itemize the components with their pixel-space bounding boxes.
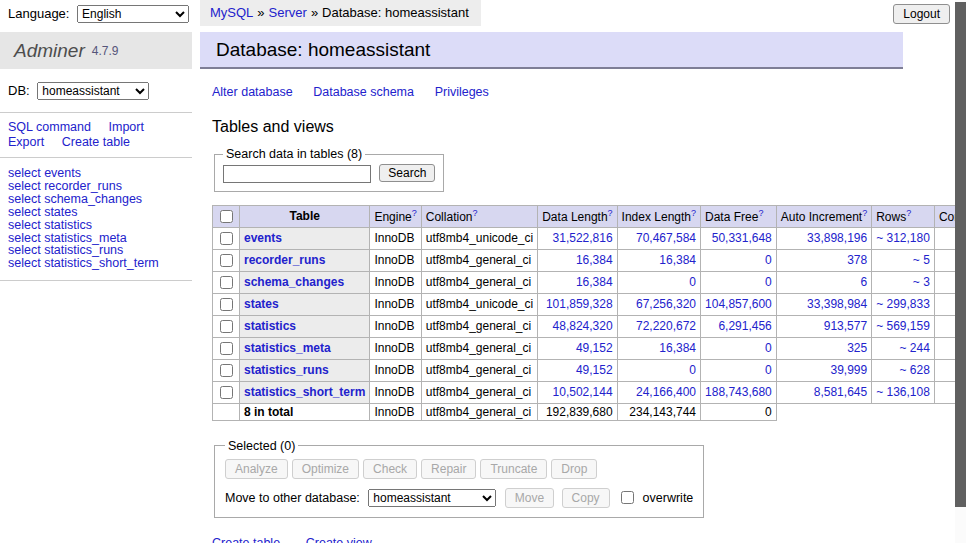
repair-button[interactable]: Repair [421, 459, 476, 479]
data-free-cell[interactable]: 0 [701, 337, 777, 359]
sidebar-table-link[interactable]: select statistics [8, 219, 192, 232]
auto-increment-cell[interactable]: 6 [776, 271, 871, 293]
breadcrumb-server-link[interactable]: Server [269, 5, 307, 20]
check-button[interactable]: Check [363, 459, 417, 479]
row-checkbox[interactable] [220, 254, 233, 267]
row-checkbox[interactable] [220, 386, 233, 399]
row-checkbox[interactable] [220, 276, 233, 289]
data-free-cell[interactable]: 188,743,680 [701, 381, 777, 403]
rows-cell[interactable]: ~ 244 [872, 337, 935, 359]
database-schema-link[interactable]: Database schema [313, 85, 414, 99]
column-hint-link[interactable]: ? [862, 208, 867, 218]
auto-increment-cell[interactable]: 33,898,196 [776, 227, 871, 249]
analyze-button[interactable]: Analyze [225, 459, 288, 479]
rows-cell[interactable]: ~ 3 [872, 271, 935, 293]
index-length-cell[interactable]: 72,220,672 [617, 315, 700, 337]
auto-increment-cell[interactable]: 913,577 [776, 315, 871, 337]
index-length-cell[interactable]: 67,256,320 [617, 293, 700, 315]
sidebar-table-link[interactable]: select statistics_short_term [8, 257, 192, 270]
table-name-link[interactable]: statistics_runs [244, 363, 329, 377]
sidebar-table-link[interactable]: select states [8, 206, 192, 219]
data-free-cell[interactable]: 6,291,456 [701, 315, 777, 337]
column-hint-link[interactable]: ? [758, 208, 763, 218]
create-table-link[interactable]: Create table [62, 135, 130, 149]
row-checkbox[interactable] [220, 364, 233, 377]
scrollbar-thumb[interactable] [955, 2, 966, 507]
logout-button[interactable]: Logout [893, 4, 950, 24]
table-name-link[interactable]: statistics_meta [244, 341, 331, 355]
rows-cell[interactable]: ~ 312,180 [872, 227, 935, 249]
data-length-cell[interactable]: 101,859,328 [538, 293, 617, 315]
table-name-link[interactable]: states [244, 297, 279, 311]
data-free-cell[interactable]: 0 [701, 249, 777, 271]
overwrite-label[interactable]: overwrite [643, 491, 694, 505]
column-hint-link[interactable]: ? [472, 208, 477, 218]
data-length-cell[interactable]: 31,522,816 [538, 227, 617, 249]
drop-button[interactable]: Drop [551, 459, 597, 479]
search-legend: Search data in tables (8) [223, 147, 365, 161]
data-length-cell[interactable]: 49,152 [538, 337, 617, 359]
data-free-cell[interactable]: 0 [701, 271, 777, 293]
table-name-link[interactable]: statistics_short_term [244, 385, 365, 399]
index-length-cell[interactable]: 0 [617, 271, 700, 293]
search-button[interactable]: Search [379, 164, 435, 182]
language-select[interactable]: English [77, 5, 189, 23]
row-checkbox[interactable] [220, 320, 233, 333]
alter-database-link[interactable]: Alter database [212, 85, 293, 99]
table-name-link[interactable]: events [244, 231, 282, 245]
column-hint-link[interactable]: ? [608, 208, 613, 218]
column-hint-link[interactable]: ? [412, 208, 417, 218]
table-name-link[interactable]: statistics [244, 319, 296, 333]
auto-increment-cell[interactable]: 33,398,984 [776, 293, 871, 315]
move-database-select[interactable]: homeassistant [368, 489, 496, 507]
auto-increment-cell[interactable]: 378 [776, 249, 871, 271]
data-free-cell[interactable]: 104,857,600 [701, 293, 777, 315]
sidebar-table-link[interactable]: select recorder_runs [8, 180, 192, 193]
app-version[interactable]: 4.7.9 [92, 44, 119, 58]
row-checkbox[interactable] [220, 232, 233, 245]
column-hint-link[interactable]: ? [906, 208, 911, 218]
sidebar-table-link[interactable]: select schema_changes [8, 193, 192, 206]
index-length-cell[interactable]: 0 [617, 359, 700, 381]
table-name-link[interactable]: schema_changes [244, 275, 344, 289]
column-hint-link[interactable]: ? [691, 208, 696, 218]
create-view-link[interactable]: Create view [306, 536, 372, 543]
search-input[interactable] [223, 165, 371, 183]
optimize-button[interactable]: Optimize [292, 459, 359, 479]
truncate-button[interactable]: Truncate [480, 459, 547, 479]
index-length-cell[interactable]: 70,467,584 [617, 227, 700, 249]
move-button[interactable]: Move [505, 488, 554, 508]
rows-cell[interactable]: ~ 5 [872, 249, 935, 271]
data-length-cell[interactable]: 10,502,144 [538, 381, 617, 403]
select-all-checkbox[interactable] [220, 210, 233, 223]
index-length-cell[interactable]: 16,384 [617, 249, 700, 271]
auto-increment-cell[interactable]: 8,581,645 [776, 381, 871, 403]
sql-command-link[interactable]: SQL command [8, 120, 91, 134]
data-length-cell[interactable]: 16,384 [538, 271, 617, 293]
data-length-cell[interactable]: 48,824,320 [538, 315, 617, 337]
row-checkbox[interactable] [220, 298, 233, 311]
create-table-bottom-link[interactable]: Create table [212, 536, 280, 543]
db-select[interactable]: homeassistant [37, 82, 149, 100]
rows-cell[interactable]: ~ 136,108 [872, 381, 935, 403]
data-free-cell[interactable]: 0 [701, 359, 777, 381]
import-link[interactable]: Import [109, 120, 144, 134]
data-length-cell[interactable]: 16,384 [538, 249, 617, 271]
export-link[interactable]: Export [8, 135, 44, 149]
row-checkbox[interactable] [220, 342, 233, 355]
privileges-link[interactable]: Privileges [435, 85, 489, 99]
auto-increment-cell[interactable]: 325 [776, 337, 871, 359]
rows-cell[interactable]: ~ 299,833 [872, 293, 935, 315]
breadcrumb-mysql-link[interactable]: MySQL [210, 5, 253, 20]
index-length-cell[interactable]: 16,384 [617, 337, 700, 359]
data-free-cell[interactable]: 50,331,648 [701, 227, 777, 249]
index-length-cell[interactable]: 24,166,400 [617, 381, 700, 403]
sidebar-table-link[interactable]: select events [8, 167, 192, 180]
auto-increment-cell[interactable]: 39,999 [776, 359, 871, 381]
rows-cell[interactable]: ~ 628 [872, 359, 935, 381]
overwrite-checkbox[interactable] [621, 491, 634, 504]
table-name-link[interactable]: recorder_runs [244, 253, 325, 267]
rows-cell[interactable]: ~ 569,159 [872, 315, 935, 337]
data-length-cell[interactable]: 49,152 [538, 359, 617, 381]
copy-button[interactable]: Copy [562, 488, 610, 508]
